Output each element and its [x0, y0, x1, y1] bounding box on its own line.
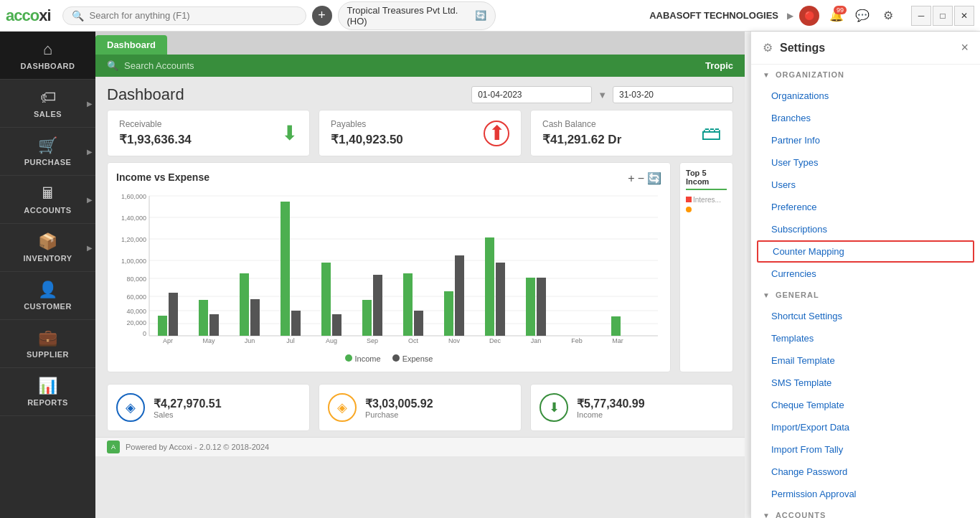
settings-item-templates[interactable]: Templates [751, 327, 980, 349]
settings-item-permission[interactable]: Permission Approval [751, 483, 980, 505]
maximize-button[interactable]: □ [933, 6, 953, 26]
settings-item-email-template[interactable]: Email Template [751, 349, 980, 372]
date-range-icon: ▼ [598, 90, 607, 100]
svg-text:Sep: Sep [367, 337, 378, 344]
cash-balance-icon: 🗃 [701, 121, 721, 145]
footer-logo: A [107, 441, 120, 453]
payables-label: Payables [331, 119, 403, 129]
sidebar-item-sales[interactable]: 🏷 SALES ▶ [0, 80, 95, 128]
svg-text:60,000: 60,000 [126, 293, 146, 301]
sidebar-item-inventory[interactable]: 📦 INVENTORY ▶ [0, 224, 95, 272]
settings-item-import-export[interactable]: Import/Export Data [751, 416, 980, 438]
notification-badge: 99 [834, 6, 847, 14]
company-name-display: Tropical Treasures Pvt Ltd.(HO) [347, 5, 469, 27]
organization-section-title: ORGANIZATION [776, 70, 844, 79]
bar-chart-svg: 1,60,000 1,40,000 1,20,000 1,00,000 80,0… [116, 189, 661, 347]
receivable-card: Receivable ₹1,93,636.34 ⬇ [107, 110, 310, 156]
settings-body: ▼ ORGANIZATION Organizations Branches Pa… [751, 65, 980, 518]
accounts-section-header[interactable]: ▼ ACCOUNTS [751, 505, 980, 518]
purchase-icon: 🛒 [38, 136, 57, 155]
svg-rect-20 [169, 293, 178, 336]
messages-button[interactable]: 💬 [851, 4, 874, 27]
chart-area: Income vs Expense + − 🔄 1,60,000 1,40,00… [95, 162, 745, 378]
purchase-summary-card: ◈ ₹3,03,005.92 Purchase [319, 384, 522, 431]
purchase-summary-icon: ◈ [328, 393, 357, 422]
add-button[interactable]: + [312, 6, 332, 26]
sidebar-item-supplier[interactable]: 💼 SUPPLIER [0, 320, 95, 368]
notifications-button[interactable]: 🔔 99 [825, 4, 848, 27]
close-button[interactable]: ✕ [954, 6, 974, 26]
svg-rect-26 [250, 299, 260, 336]
settings-button[interactable]: ⚙ [877, 4, 900, 27]
settings-item-branches[interactable]: Branches [751, 107, 980, 129]
settings-item-counter-mapping[interactable]: Counter Mapping [757, 240, 974, 263]
top5-interest-row: Interes... [686, 196, 727, 204]
settings-item-user-types[interactable]: User Types [751, 151, 980, 174]
chart-minus-button[interactable]: − [638, 171, 644, 185]
chart-add-button[interactable]: + [628, 171, 634, 185]
sidebar-item-label: CUSTOMER [24, 302, 72, 311]
settings-item-users[interactable]: Users [751, 174, 980, 196]
search-icon: 🔍 [107, 60, 118, 71]
svg-rect-29 [291, 311, 301, 336]
refresh-icon[interactable]: 🔄 [475, 10, 486, 21]
accounts-icon: 🖩 [40, 184, 56, 203]
settings-item-cheque-template[interactable]: Cheque Template [751, 394, 980, 416]
svg-rect-41 [455, 255, 464, 336]
top5-title: Top 5 Incom [686, 169, 727, 190]
sales-summary-card: ◈ ₹4,27,970.51 Sales [107, 384, 310, 431]
dashboard-content: 🔍 Search Accounts Tropic Dashboard ▼ Rec… [95, 55, 745, 518]
tab-dashboard[interactable]: Dashboard [95, 35, 167, 55]
svg-rect-46 [526, 278, 535, 336]
chart-refresh-button[interactable]: 🔄 [647, 171, 661, 185]
topbar: accoxi 🔍 + Tropical Treasures Pvt Ltd.(H… [0, 0, 980, 32]
svg-text:20,000: 20,000 [126, 319, 146, 326]
global-search-bar[interactable]: 🔍 [62, 6, 306, 25]
svg-rect-47 [537, 278, 546, 336]
organization-section-header[interactable]: ▼ ORGANIZATION [751, 65, 980, 85]
top5-row2 [686, 207, 727, 212]
sidebar-item-accounts[interactable]: 🖩 ACCOUNTS ▶ [0, 176, 95, 224]
settings-item-import-tally[interactable]: Import From Tally [751, 438, 980, 461]
reports-icon: 📊 [38, 377, 57, 395]
svg-text:1,60,000: 1,60,000 [121, 193, 146, 200]
settings-section-organization: ▼ ORGANIZATION Organizations Branches Pa… [751, 65, 980, 285]
settings-close-button[interactable]: × [961, 40, 969, 55]
settings-item-partner-info[interactable]: Partner Info [751, 129, 980, 151]
app-logo: accoxi [6, 6, 51, 25]
settings-section-general: ▼ GENERAL Shortcut Settings Templates Em… [751, 285, 980, 505]
settings-item-change-password[interactable]: Change Password [751, 461, 980, 483]
sidebar-item-dashboard[interactable]: ⌂ DASHBOARD [0, 32, 95, 80]
svg-rect-40 [444, 291, 453, 336]
settings-item-preference[interactable]: Preference [751, 196, 980, 218]
settings-item-currencies[interactable]: Currencies [751, 263, 980, 285]
sidebar-item-customer[interactable]: 👤 CUSTOMER [0, 272, 95, 320]
svg-text:May: May [202, 337, 215, 344]
settings-item-sms-template[interactable]: SMS Template [751, 372, 980, 394]
inventory-icon: 📦 [38, 232, 57, 251]
sales-summary-value: ₹4,27,970.51 [154, 397, 222, 410]
sales-icon: 🏷 [40, 88, 56, 107]
general-section-header[interactable]: ▼ GENERAL [751, 285, 980, 305]
green-bar-title: Tropic [705, 60, 733, 71]
company-selector[interactable]: Tropical Treasures Pvt Ltd.(HO) 🔄 [338, 1, 496, 30]
customer-icon: 👤 [38, 281, 57, 299]
sidebar-item-reports[interactable]: 📊 REPORTS [0, 368, 95, 416]
date-to-input[interactable] [613, 86, 733, 103]
settings-item-subscriptions[interactable]: Subscriptions [751, 218, 980, 240]
settings-item-organizations[interactable]: Organizations [751, 85, 980, 107]
search-accounts-area[interactable]: 🔍 Search Accounts [107, 60, 697, 71]
svg-rect-32 [332, 314, 341, 336]
search-input[interactable] [90, 10, 276, 21]
dashboard-header: Dashboard ▼ [95, 77, 745, 110]
minimize-button[interactable]: ─ [911, 6, 931, 26]
svg-text:40,000: 40,000 [126, 308, 146, 315]
avatar[interactable]: 🔴 [799, 6, 819, 26]
date-from-input[interactable] [471, 86, 592, 103]
svg-rect-35 [373, 275, 382, 336]
receivable-value: ₹1,93,636.34 [119, 132, 192, 147]
sidebar-item-label: REPORTS [27, 398, 68, 407]
svg-text:0: 0 [143, 330, 146, 337]
sidebar-item-purchase[interactable]: 🛒 PURCHASE ▶ [0, 128, 95, 176]
settings-item-shortcut[interactable]: Shortcut Settings [751, 305, 980, 327]
